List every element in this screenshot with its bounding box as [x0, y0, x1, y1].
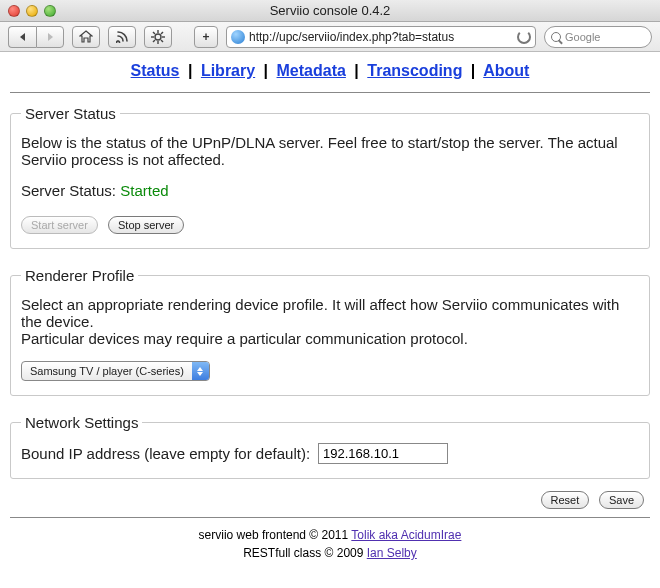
tab-status[interactable]: Status [131, 62, 180, 79]
address-bar[interactable]: http://upc/serviio/index.php?tab=status [226, 26, 536, 48]
save-button[interactable]: Save [599, 491, 644, 509]
bound-ip-input[interactable] [318, 443, 448, 464]
network-settings-section: Network Settings Bound IP address (leave… [10, 414, 650, 479]
server-status-legend: Server Status [21, 105, 120, 122]
nav-tabs: Status | Library | Metadata | Transcodin… [10, 56, 650, 86]
server-status-line: Server Status: Started [21, 182, 639, 199]
tab-about[interactable]: About [483, 62, 529, 79]
renderer-profile-legend: Renderer Profile [21, 267, 138, 284]
back-button[interactable] [8, 26, 36, 48]
start-server-button[interactable]: Start server [21, 216, 98, 234]
search-field[interactable]: Google [544, 26, 652, 48]
search-icon [551, 32, 561, 42]
footer-link-author2[interactable]: Ian Selby [367, 546, 417, 560]
reload-icon[interactable] [517, 30, 531, 44]
svg-point-0 [155, 34, 161, 40]
reset-button[interactable]: Reset [541, 491, 590, 509]
site-icon [231, 30, 245, 44]
svg-line-7 [161, 32, 163, 34]
stop-server-button[interactable]: Stop server [108, 216, 184, 234]
renderer-profile-selected: Samsung TV / player (C-series) [22, 365, 192, 377]
home-button[interactable] [72, 26, 100, 48]
svg-line-5 [153, 32, 155, 34]
tab-metadata[interactable]: Metadata [277, 62, 346, 79]
rss-button[interactable] [108, 26, 136, 48]
divider [10, 92, 650, 93]
close-window-button[interactable] [8, 5, 20, 17]
renderer-desc-2: Particular devices may require a particu… [21, 330, 639, 347]
tab-library[interactable]: Library [201, 62, 255, 79]
page-footer: serviio web frontend © 2011 Tolik aka Ac… [10, 517, 650, 562]
browser-toolbar: + http://upc/serviio/index.php?tab=statu… [0, 22, 660, 52]
bound-ip-label: Bound IP address (leave empty for defaul… [21, 445, 310, 462]
server-status-value: Started [120, 182, 168, 199]
server-status-section: Server Status Below is the status of the… [10, 105, 650, 249]
window-title: Serviio console 0.4.2 [0, 3, 660, 18]
forward-button[interactable] [36, 26, 64, 48]
svg-line-8 [153, 40, 155, 42]
zoom-window-button[interactable] [44, 5, 56, 17]
footer-link-author1[interactable]: Tolik aka AcidumIrae [351, 528, 461, 542]
add-tab-button[interactable]: + [194, 26, 218, 48]
form-buttons: Reset Save [10, 491, 650, 509]
window-titlebar: Serviio console 0.4.2 [0, 0, 660, 22]
settings-button[interactable] [144, 26, 172, 48]
page-content: Status | Library | Metadata | Transcodin… [0, 52, 660, 574]
svg-line-6 [161, 40, 163, 42]
window-controls [0, 5, 56, 17]
server-status-description: Below is the status of the UPnP/DLNA ser… [21, 134, 639, 168]
url-text: http://upc/serviio/index.php?tab=status [249, 30, 517, 44]
search-placeholder: Google [565, 31, 600, 43]
tab-transcoding[interactable]: Transcoding [367, 62, 462, 79]
network-settings-legend: Network Settings [21, 414, 142, 431]
renderer-profile-select[interactable]: Samsung TV / player (C-series) [21, 361, 210, 381]
select-arrows-icon [192, 362, 209, 380]
minimize-window-button[interactable] [26, 5, 38, 17]
renderer-desc-1: Select an appropriate rendering device p… [21, 296, 639, 330]
renderer-profile-section: Renderer Profile Select an appropriate r… [10, 267, 650, 396]
